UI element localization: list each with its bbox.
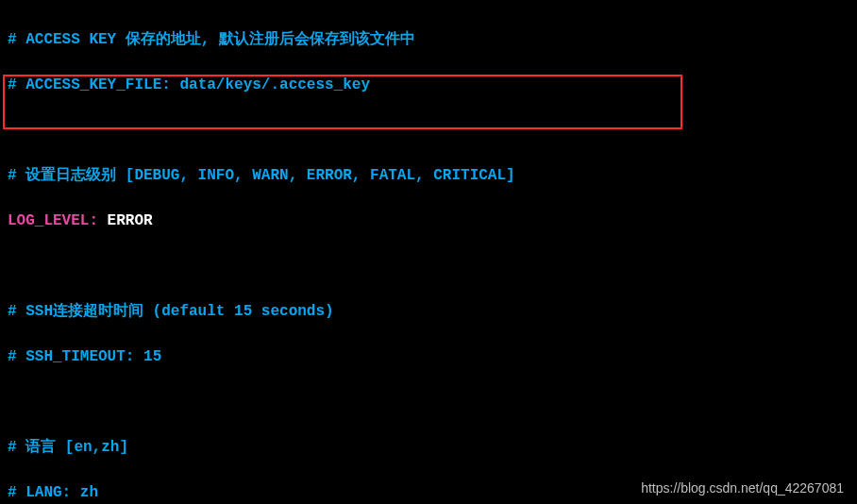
comment-line: # LANG: zh: [8, 481, 849, 504]
blank-line: [8, 255, 849, 277]
config-value: ERROR: [98, 212, 153, 229]
comment-line: # SSH_TIMEOUT: 15: [8, 345, 849, 368]
comment-line: # SSH连接超时时间 (default 15 seconds): [8, 300, 849, 323]
blank-line: [8, 119, 849, 142]
comment-line: # ACCESS_KEY_FILE: data/keys/.access_key: [8, 74, 849, 96]
comment-line: # 设置日志级别 [DEBUG, INFO, WARN, ERROR, FATA…: [8, 164, 849, 187]
comment-line: # 语言 [en,zh]: [8, 436, 849, 459]
comment-line: # ACCESS KEY 保存的地址, 默认注册后会保存到该文件中: [8, 28, 849, 51]
config-line-log-level: LOG_LEVEL: ERROR: [8, 210, 849, 232]
terminal-editor[interactable]: # ACCESS KEY 保存的地址, 默认注册后会保存到该文件中 # ACCE…: [0, 0, 857, 504]
blank-line: [8, 391, 849, 413]
config-key: LOG_LEVEL:: [8, 212, 98, 229]
